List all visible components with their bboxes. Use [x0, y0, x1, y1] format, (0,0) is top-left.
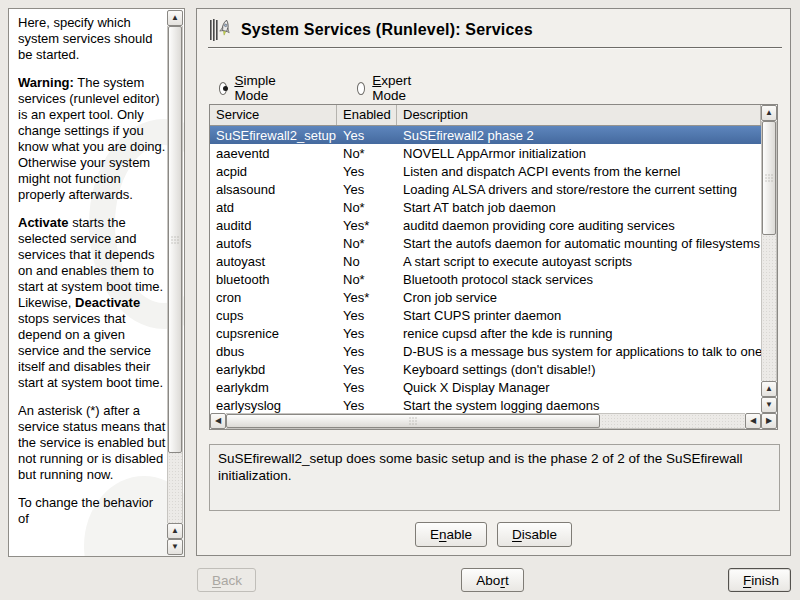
table-row[interactable]: cupsYesStart CUPS printer daemon: [210, 306, 761, 324]
scroll-thumb[interactable]: [762, 121, 776, 235]
table-horizontal-scrollbar[interactable]: ◀ ◀ ▶: [210, 413, 777, 429]
description-cell: Start AT batch job daemon: [397, 200, 761, 215]
radio-label: Simple Mode: [234, 73, 280, 103]
enabled-cell: Yes: [337, 308, 397, 323]
table-row[interactable]: alsasoundYesLoading ALSA drivers and sto…: [210, 180, 761, 198]
page-title: System Services (Runlevel): Services: [241, 21, 533, 39]
table-row[interactable]: autofsNo*Start the autofs daemon for aut…: [210, 234, 761, 252]
description-cell: Start CUPS printer daemon: [397, 308, 761, 323]
table-row[interactable]: cupsreniceYesrenice cupsd after the kde …: [210, 324, 761, 342]
main-panel: System Services (Runlevel): Services Sim…: [196, 8, 791, 556]
enabled-cell: Yes: [337, 182, 397, 197]
scroll-up-button[interactable]: ▲: [167, 10, 183, 26]
table-row[interactable]: acpidYesListen and dispatch ACPI events …: [210, 162, 761, 180]
description-cell: auditd daemon providing core auditing se…: [397, 218, 761, 233]
description-cell: Start the autofs daemon for automatic mo…: [397, 236, 761, 251]
scroll-up-button[interactable]: ▲: [761, 105, 777, 121]
radio-unselected-icon: [357, 82, 365, 95]
table-row[interactable]: auditdYes*auditd daemon providing core a…: [210, 216, 761, 234]
service-name-cell: cups: [210, 308, 337, 323]
enabled-cell: Yes: [337, 344, 397, 359]
scroll-track[interactable]: [226, 413, 745, 429]
scroll-down-button[interactable]: ▼: [167, 539, 183, 555]
description-cell: D-BUS is a message bus system for applic…: [397, 344, 761, 359]
table-header: ServiceEnabledDescription: [210, 105, 761, 126]
table-row[interactable]: bluetoothNo*Bluetooth protocol stack ser…: [210, 270, 761, 288]
description-cell: Cron job service: [397, 290, 761, 305]
service-name-cell: bluetooth: [210, 272, 337, 287]
service-name-cell: autoyast: [210, 254, 337, 269]
table-row[interactable]: dbusYesD-BUS is a message bus system for…: [210, 342, 761, 360]
runlevel-rocket-icon: [209, 17, 235, 43]
enabled-cell: Yes*: [337, 290, 397, 305]
grip-dots-icon: [765, 174, 774, 183]
table-row[interactable]: autoyastNoA start script to execute auto…: [210, 252, 761, 270]
enabled-cell: No*: [337, 272, 397, 287]
service-name-cell: autofs: [210, 236, 337, 251]
table-row[interactable]: earlykbdYesKeyboard settings (don't disa…: [210, 360, 761, 378]
enabled-cell: Yes: [337, 326, 397, 341]
description-cell: Keyboard settings (don't disable!): [397, 362, 761, 377]
enabled-cell: Yes: [337, 164, 397, 179]
service-name-cell: SuSEfirewall2_setup: [210, 128, 337, 143]
service-name-cell: earlykdm: [210, 380, 337, 395]
scroll-left-button[interactable]: ◀: [745, 413, 761, 429]
scroll-down-button[interactable]: ▼: [761, 397, 777, 413]
scroll-left-button[interactable]: ◀: [210, 413, 226, 429]
abort-button[interactable]: Abort: [461, 568, 524, 592]
table-row[interactable]: cronYes*Cron job service: [210, 288, 761, 306]
column-header[interactable]: Service: [210, 105, 337, 125]
grip-dots-icon: [171, 235, 180, 244]
enabled-cell: Yes: [337, 398, 397, 413]
help-scrollbar[interactable]: ▲ ▲ ▼: [167, 10, 183, 555]
description-cell: NOVELL AppArmor initialization: [397, 146, 761, 161]
services-table: ServiceEnabledDescription SuSEfirewall2_…: [209, 104, 778, 430]
service-name-cell: cupsrenice: [210, 326, 337, 341]
radio-simple-mode[interactable]: Simple Mode: [219, 73, 280, 103]
scroll-up-button[interactable]: ▲: [761, 381, 777, 397]
scroll-track[interactable]: [761, 121, 777, 381]
help-panel: Here, specify which system services shou…: [8, 8, 185, 557]
column-header[interactable]: Enabled: [337, 105, 397, 125]
table-vertical-scrollbar[interactable]: ▲ ▲ ▼: [761, 105, 777, 413]
scroll-track[interactable]: [167, 26, 183, 523]
enabled-cell: Yes: [337, 380, 397, 395]
back-button: Back: [197, 568, 256, 592]
service-name-cell: cron: [210, 290, 337, 305]
enable-button[interactable]: Enable: [415, 522, 487, 547]
grip-dots-icon: [408, 417, 417, 426]
description-cell: renice cupsd after the kde is running: [397, 326, 761, 341]
table-row[interactable]: atdNo*Start AT batch job daemon: [210, 198, 761, 216]
finish-button[interactable]: Finish: [728, 568, 791, 592]
radio-expert-mode[interactable]: Expert Mode: [357, 73, 416, 103]
table-row[interactable]: earlykdmYesQuick X Display Manager: [210, 378, 761, 396]
table-row[interactable]: aaeventdNo*NOVELL AppArmor initializatio…: [210, 144, 761, 162]
scroll-right-button[interactable]: ▶: [761, 413, 777, 429]
enabled-cell: No*: [337, 236, 397, 251]
description-cell: Quick X Display Manager: [397, 380, 761, 395]
radio-label: Expert Mode: [372, 73, 416, 103]
table-row[interactable]: earlysyslogYesStart the system logging d…: [210, 396, 761, 413]
service-name-cell: earlysyslog: [210, 398, 337, 413]
service-name-cell: atd: [210, 200, 337, 215]
scroll-thumb[interactable]: [226, 414, 600, 428]
service-name-cell: alsasound: [210, 182, 337, 197]
table-body: SuSEfirewall2_setupYesSuSEfirewall2 phas…: [210, 126, 761, 413]
service-name-cell: acpid: [210, 164, 337, 179]
enabled-cell: Yes: [337, 362, 397, 377]
service-description-text: SuSEfirewall2_setup does some basic setu…: [218, 451, 743, 483]
scroll-up-button[interactable]: ▲: [167, 523, 183, 539]
action-button-row: Enable Disable: [197, 522, 790, 547]
scroll-thumb[interactable]: [168, 26, 182, 453]
enabled-cell: Yes*: [337, 218, 397, 233]
column-header[interactable]: Description: [397, 105, 761, 125]
table-row[interactable]: SuSEfirewall2_setupYesSuSEfirewall2 phas…: [210, 126, 761, 144]
disable-button[interactable]: Disable: [497, 522, 572, 547]
service-name-cell: dbus: [210, 344, 337, 359]
description-cell: A start script to execute autoyast scrip…: [397, 254, 761, 269]
radio-selected-icon: [219, 82, 227, 95]
description-cell: SuSEfirewall2 phase 2: [397, 128, 761, 143]
title-separator: [208, 47, 782, 49]
help-content: Here, specify which system services shou…: [18, 15, 166, 554]
service-name-cell: earlykbd: [210, 362, 337, 377]
